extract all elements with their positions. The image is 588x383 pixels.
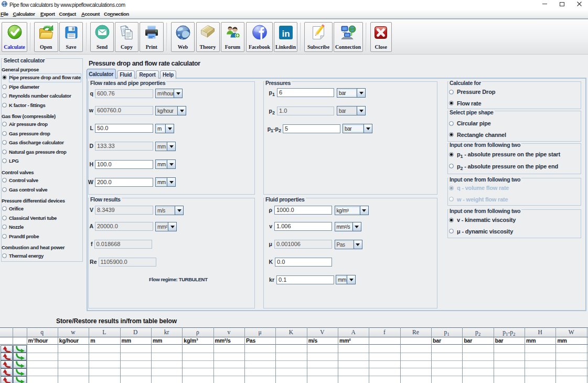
svg-text:in: in [282,29,290,39]
